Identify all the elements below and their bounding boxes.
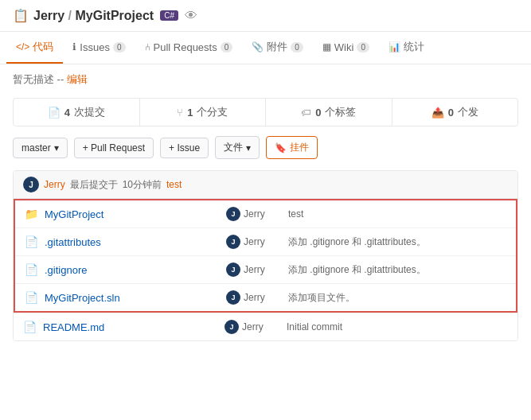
file-row: 📄 README.md J Jerry Initial commit [14,313,517,340]
file-commit-msg: 添加 .gitignore 和 .gitattributes。 [288,235,506,249]
tab-code-label: 代码 [33,40,53,54]
commit-user-name[interactable]: Jerry [44,179,65,190]
commits-count: 4 [64,107,70,119]
file-icon: 📄 [25,263,38,276]
tab-issues[interactable]: ℹ Issues 0 [63,33,135,63]
file-icon: 📄 [23,321,37,333]
pulls-icon: ⑃ [145,41,150,52]
branch-selector[interactable]: master ▾ [13,138,68,158]
pulls-count: 0 [221,42,233,52]
tab-attachments-label: 附件 [267,40,287,54]
commit-prefix: 最后提交于 [70,178,118,192]
file-icon: 📄 [25,291,38,304]
edit-link[interactable]: 编辑 [67,73,88,85]
releases-count: 0 [448,107,454,119]
releases-unit: 个发 [458,105,478,119]
separator: / [68,9,76,22]
tags-stat[interactable]: 🏷 0 个标签 [266,99,392,126]
tab-pulls-label: Pull Requests [154,41,217,53]
tab-attachments[interactable]: 📎 附件 0 [242,32,313,64]
commit-info-row: J Jerry 最后提交于 10分钟前 test [14,171,517,199]
language-badge: C# [160,10,178,21]
branches-icon: ⑂ [177,107,183,119]
description-text: 暂无描述 -- [13,73,67,85]
tab-stats[interactable]: 📊 统计 [379,32,434,64]
commits-icon: 📄 [48,107,61,119]
repo-content: J Jerry 最后提交于 10分钟前 test 📁 MyGitProject … [13,170,518,341]
avatar: J [226,235,240,249]
file-name[interactable]: MyGitProject [45,208,220,220]
issues-count: 0 [113,42,126,52]
code-icon: </> [16,41,29,52]
commit-link[interactable]: test [166,179,182,190]
tab-code[interactable]: </> 代码 [6,32,63,64]
wiki-icon: ▦ [322,41,331,52]
pull-request-button[interactable]: + Pull Request [74,138,154,158]
bookmark-icon: 🔖 [275,142,287,154]
file-commit-msg: 添加 .gitignore 和 .gitattributes。 [288,263,506,277]
file-commit-msg: 添加项目文件。 [288,291,506,305]
file-row: 📄 MyGitProject.sln J Jerry 添加项目文件。 [15,284,516,311]
file-user: J Jerry [226,235,282,249]
tab-wiki-label: Wiki [334,41,354,53]
file-button-label: 文件 [224,141,243,154]
releases-icon: 📤 [431,107,444,119]
file-name[interactable]: .gitignore [45,264,220,276]
tags-count: 0 [315,107,321,119]
breadcrumb: Jerry / MyGitProject [33,9,154,23]
nav-tabs: </> 代码 ℹ Issues 0 ⑃ Pull Requests 0 📎 附件… [0,32,531,64]
chevron-down-icon: ▾ [54,142,59,154]
bookmark-button[interactable]: 🔖 挂件 [266,136,318,159]
file-user: J Jerry [226,290,282,305]
user-label: Jerry [244,264,265,275]
tab-wiki[interactable]: ▦ Wiki 0 [313,33,379,63]
file-name[interactable]: README.md [43,321,218,333]
attachments-count: 0 [291,42,303,52]
description-bar: 暂无描述 -- 编辑 [0,64,531,95]
file-commit-msg: Initial commit [287,321,508,332]
branches-unit: 个分支 [197,105,228,119]
folder-icon: 📁 [25,208,38,220]
file-row: 📁 MyGitProject J Jerry test [15,200,516,228]
file-row: 📄 .gitignore J Jerry 添加 .gitignore 和 .gi… [15,256,516,284]
branches-stat[interactable]: ⑂ 1 个分支 [140,99,267,126]
file-name[interactable]: .gitattributes [45,236,220,248]
commits-stat[interactable]: 📄 4 次提交 [14,99,140,126]
avatar: J [226,207,240,221]
tags-unit: 个标签 [325,105,356,119]
user-label: Jerry [244,236,265,247]
user-label: Jerry [242,321,264,332]
header: 📋 Jerry / MyGitProject C# 👁 [0,0,531,32]
wiki-count: 0 [357,42,369,52]
tags-icon: 🏷 [301,107,311,119]
highlighted-files-section: 📁 MyGitProject J Jerry test 📄 .gitattrib… [14,199,517,313]
branches-count: 1 [187,107,193,119]
file-button[interactable]: 文件 ▾ [215,136,260,159]
watch-icon[interactable]: 👁 [185,9,197,23]
commits-unit: 次提交 [74,105,105,119]
issue-button[interactable]: + Issue [160,138,209,158]
file-user: J Jerry [226,262,282,277]
attachments-icon: 📎 [252,41,264,52]
file-row: 📄 .gitattributes J Jerry 添加 .gitignore 和… [15,228,516,256]
issues-icon: ℹ [72,41,76,52]
file-user: J Jerry [225,320,280,334]
owner-name[interactable]: Jerry [33,9,64,22]
stats-icon: 📊 [388,41,400,52]
file-name[interactable]: MyGitProject.sln [45,292,220,304]
repo-icon: 📋 [13,8,29,23]
commit-time: 10分钟前 [123,178,162,192]
avatar: J [225,320,239,334]
file-chevron-icon: ▾ [246,142,251,154]
file-icon: 📄 [25,235,38,248]
user-label: Jerry [244,208,265,220]
commit-user-avatar: J [23,177,39,192]
repo-name[interactable]: MyGitProject [76,9,154,22]
tab-pulls[interactable]: ⑃ Pull Requests 0 [135,33,243,63]
avatar: J [226,262,240,277]
file-user: J Jerry [226,207,282,221]
releases-stat[interactable]: 📤 0 个发 [392,99,518,126]
bookmark-label: 挂件 [290,141,309,154]
file-commit-msg: test [288,208,506,220]
tab-stats-label: 统计 [404,40,424,54]
